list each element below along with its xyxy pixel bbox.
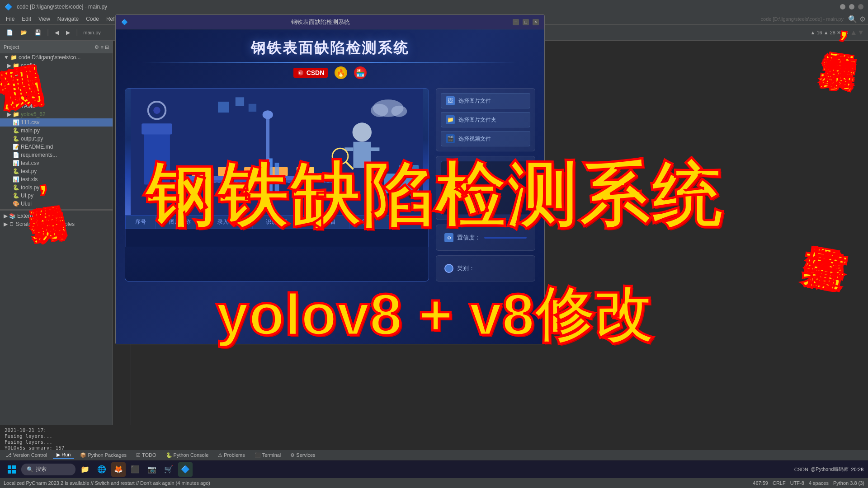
tab-problems[interactable]: ⚠ Problems [214, 452, 248, 458]
category-control: 类别： [436, 255, 535, 282]
toolbar-save[interactable]: 💾 [32, 28, 44, 37]
panel-title: Project [4, 44, 19, 50]
taskbar-search[interactable]: 🔍 搜索 [21, 464, 75, 475]
taskbar-clock: 20:28 [851, 467, 863, 472]
tree-requirements[interactable]: 📄 requirements... [0, 151, 113, 159]
taskbar-explorer[interactable]: 📁 [78, 462, 92, 477]
data-table: 序号 图片名称 录入时间 识别结果 目标数目 耗时 保存路径 [125, 215, 429, 247]
tree-111csv[interactable]: 📊 111.csv [0, 118, 113, 127]
tree-uipy[interactable]: 🐍 UI.py [0, 192, 113, 200]
ide-settings-icon[interactable]: ⚙ [859, 15, 866, 23]
tree-testpy[interactable]: 🐍 test.py [0, 167, 113, 175]
svg-point-37 [371, 104, 388, 117]
tree-icon[interactable]: ▶ 📁 icon [0, 70, 113, 78]
col-imgname: 图片名称 [156, 216, 204, 229]
tree-testcsv[interactable]: 📊 test.csv [0, 159, 113, 167]
confidence-section: ⚙ 置信度： [441, 230, 530, 246]
tree-external[interactable]: ▶ 📚 External Libraries [0, 212, 113, 220]
conf-bar[interactable] [484, 237, 527, 239]
toolbar-filename[interactable]: main.py [83, 30, 101, 35]
app-maximize[interactable]: □ [523, 19, 529, 25]
statusbar: Localized PyCharm 2023.2 is available //… [0, 478, 868, 488]
tree-scratches[interactable]: ▶ 🗒 Scratches and Consoles [0, 220, 113, 228]
folder-btn-icon: 📁 [446, 115, 455, 124]
app-content: 钢铁表面缺陷检测系统 C CSDN 🔥 🏪 [116, 29, 544, 344]
tab-version-control[interactable]: ⎇ Version Control [2, 452, 51, 458]
tab-services[interactable]: ⚙ Services [287, 452, 319, 458]
app-minimize[interactable]: − [513, 19, 519, 25]
status-python: Python 3.8 (3) [833, 480, 864, 486]
run-label: Run [61, 452, 71, 457]
taskbar-browser1[interactable]: 🌐 [94, 462, 109, 477]
tree-mainpy[interactable]: 🐍 main.py [0, 127, 113, 135]
ide-maximize-btn[interactable] [849, 4, 854, 9]
tree-config[interactable]: ▶ 📁 config [0, 61, 113, 70]
folder-arrow7: ▶ [7, 111, 11, 117]
tree-tools-label: tools.py [21, 184, 39, 191]
app-main-title: 钢铁表面缺陷检测系统 [116, 38, 544, 58]
app-logos: C CSDN 🔥 🏪 [116, 66, 544, 79]
taskbar-terminal[interactable]: ⬛ [128, 462, 142, 477]
tree-req-label: requirements... [21, 152, 57, 158]
tab-run[interactable]: ▶ Run [53, 452, 74, 459]
status-position: 467:59 [753, 480, 768, 486]
tree-uiui[interactable]: 🎨 Ui.ui [0, 200, 113, 208]
app-close[interactable]: × [533, 19, 539, 25]
toolbar-divider2: | [75, 28, 79, 37]
menu-view[interactable]: View [35, 16, 54, 22]
toolbar-right: ▲ 16 ▲ 28 ✕ 23 ▲▼ [811, 28, 864, 37]
console-line-2: Fusing layers... [5, 433, 863, 439]
csv-icon: 📊 [13, 119, 19, 126]
tree-yaml[interactable]: ▶ 📁 YAML [0, 102, 113, 110]
tree-weights[interactable]: ▶ 📁 weights [0, 94, 113, 102]
tab-todo[interactable]: ☑ TODO [132, 452, 160, 458]
tree-img[interactable]: ▶ 📁 img [0, 78, 113, 86]
tab-python-console[interactable]: 🐍 Python Console [162, 452, 212, 458]
svg-rect-15 [297, 167, 314, 176]
tree-outputpy[interactable]: 🐍 output.py [0, 135, 113, 143]
menu-file[interactable]: File [2, 16, 18, 22]
search-icon: 🔍 [27, 466, 33, 473]
taskbar-pycharm[interactable]: 🔷 [178, 462, 193, 477]
menu-edit[interactable]: Edit [18, 16, 35, 22]
btn-select-video[interactable]: 🎬 选择视频文件 [441, 131, 530, 146]
problems-label: Problems [224, 452, 245, 458]
services-label: Services [296, 452, 315, 458]
tree-root[interactable]: ▼ 📁 code D:\ligang\steels\co... [0, 53, 113, 61]
status-notification: Localized PyCharm 2023.2 is available //… [4, 480, 210, 486]
csdn-logo: C CSDN [293, 68, 328, 78]
svg-text:C: C [299, 71, 302, 75]
folder-icon: 📁 [13, 62, 19, 69]
ide-search-icon[interactable]: 🔍 [848, 15, 857, 23]
todo-label: TODO [142, 452, 156, 458]
tree-readme[interactable]: 📝 README.md [0, 143, 113, 151]
toolbar-forward[interactable]: ▶ [63, 28, 73, 37]
taskbar-browser2[interactable]: 🦊 [111, 462, 126, 477]
tab-terminal[interactable]: ⬛ Terminal [251, 452, 285, 458]
ide-bottom-toolbar: ⎇ Version Control ▶ Run 📦 Python Package… [0, 450, 868, 460]
toolbar-back[interactable]: ◀ [52, 28, 61, 37]
toolbar-new[interactable]: 📄 [4, 28, 16, 37]
col-count: 目标数目 [301, 216, 349, 229]
tab-python-packages[interactable]: 📦 Python Packages [76, 452, 130, 458]
ide-minimize-btn[interactable] [840, 4, 845, 9]
tree-output[interactable]: ▶ 📁 output [0, 86, 113, 94]
taskbar-camera[interactable]: 📷 [145, 462, 159, 477]
txt-icon: 📄 [13, 152, 19, 158]
taskbar-store[interactable]: 🛒 [161, 462, 176, 477]
console-line-1: 2021-10-21 17: [5, 427, 863, 433]
toolbar-open[interactable]: 📂 [18, 28, 30, 37]
taskbar-start-icon[interactable] [5, 462, 19, 477]
svg-rect-0 [8, 465, 11, 469]
menu-code[interactable]: Code [82, 16, 103, 22]
py-icon5: 🐍 [13, 192, 19, 199]
btn-select-image[interactable]: 🖼 选择图片文件 [441, 93, 530, 108]
tree-toolspy[interactable]: 🐍 tools.py [0, 183, 113, 192]
file-buttons-group: 🖼 选择图片文件 📁 选择图片文件夹 🎬 选择视频文件 [436, 88, 535, 151]
tree-yolov5[interactable]: ▶ 📁 yolov5_62 [0, 110, 113, 118]
ide-close-btn[interactable] [858, 4, 863, 9]
scratch-arrow: ▶ [4, 221, 8, 227]
btn-select-folder[interactable]: 📁 选择图片文件夹 [441, 112, 530, 127]
menu-navigate[interactable]: Navigate [54, 16, 82, 22]
tree-testxls[interactable]: 📊 test.xls [0, 175, 113, 183]
